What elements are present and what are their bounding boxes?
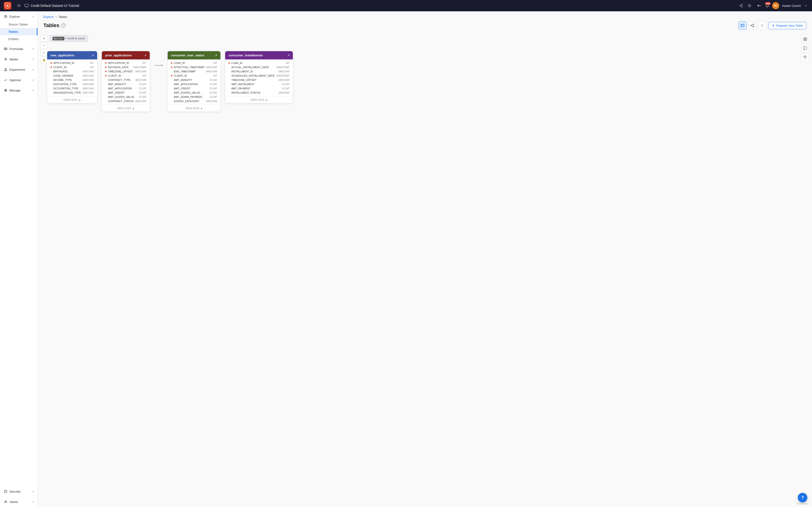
help-icon[interactable]: ?: [61, 23, 66, 27]
table-consumer-loan-status-view-less[interactable]: VIEW LESS ▲: [168, 105, 221, 112]
table-new-application-view-less[interactable]: VIEW LESS ▲: [47, 96, 97, 103]
table-prior-applications-ext-link[interactable]: ↗: [144, 54, 147, 57]
sidebar-item-manage[interactable]: Manage ▾: [0, 86, 38, 95]
table-prior-applications-header: prior_applications ↗: [102, 51, 150, 59]
sidebar-item-tables[interactable]: Tables: [0, 28, 38, 35]
table-row: APPLICATION_ID INT: [47, 61, 97, 65]
breadcrumb-explore[interactable]: Explore: [43, 15, 54, 19]
fit-view-button[interactable]: ⤢: [41, 49, 47, 56]
scroll-hint-text: + scroll to zoom: [65, 37, 85, 40]
sidebar-item-source-tables[interactable]: Source Tables: [0, 21, 38, 28]
security-icon: [4, 490, 8, 493]
table-row: ORGANIZATION_TYPE VARCHAR: [47, 91, 97, 95]
table-row: LOAN_ID INT: [225, 61, 293, 65]
table-row: INCOME_TYPE VARCHAR: [47, 78, 97, 82]
ideate-chevron: ▾: [33, 58, 34, 61]
ideate-label: Ideate: [9, 58, 31, 61]
formulate-icon: [4, 47, 8, 51]
right-controls: [801, 35, 809, 61]
key-indicator: [171, 75, 172, 76]
sidebar-item-security[interactable]: Security ▾: [0, 487, 38, 496]
table-new-application-header: new_application ↗: [47, 51, 97, 59]
svg-line-11: [740, 5, 741, 5]
table-row: BIRTHDATE VARCHAR: [47, 69, 97, 73]
admin-chevron: ▾: [33, 501, 34, 503]
table-consumer-installments-name: consumer_installments: [228, 54, 263, 57]
nav-toggle-button[interactable]: [16, 3, 22, 8]
table-consumer-loan-status-body: LOAN_ID INT EFFECTIVE_TIMESTAMP VARCHAR …: [168, 59, 221, 105]
register-new-table-button[interactable]: Register New Table: [768, 22, 806, 29]
table-consumer-installments-ext-link[interactable]: ↗: [287, 54, 290, 57]
list-view-button[interactable]: [739, 21, 746, 30]
sidebar-item-entities[interactable]: Entities: [0, 35, 38, 43]
table-row: AMT_GOODS_VALUE FLOAT: [102, 95, 150, 99]
table-row: ACTUAL_INSTALLMENT_DATE TIMESTAMP: [225, 65, 293, 69]
user-avatar[interactable]: XC: [772, 2, 779, 9]
grid-toggle-button[interactable]: [801, 35, 809, 43]
settings-button[interactable]: [747, 3, 752, 8]
key-indicator: [105, 71, 107, 72]
sidebar-admin-section: Admin ▾: [0, 497, 38, 507]
key-indicator: [228, 62, 230, 64]
table-prior-applications-name: prior_applications: [105, 54, 132, 57]
manage-icon: [4, 89, 8, 92]
experiment-icon: [4, 68, 8, 71]
sidebar-item-ideate[interactable]: Ideate ▾: [0, 55, 38, 63]
table-consumer-loan-status-name: consumer_loan_status: [171, 54, 205, 57]
svg-rect-5: [25, 4, 28, 7]
table-consumer-installments-view-less[interactable]: VIEW LESS ▲: [225, 96, 293, 103]
register-btn-label: Register New Table: [776, 24, 803, 27]
table-consumer-installments-body: LOAN_ID INT ACTUAL_INSTALLMENT_DATE TIME…: [225, 59, 293, 96]
sidebar-item-explore[interactable]: Explore ▾: [0, 12, 38, 21]
breadcrumb-current: Tables: [58, 15, 67, 19]
table-new-application-name: new_application: [50, 54, 74, 57]
more-options-button[interactable]: [755, 3, 762, 8]
share-button[interactable]: [738, 3, 744, 8]
undo-button[interactable]: [801, 53, 809, 61]
panel-toggle-button[interactable]: [801, 44, 809, 52]
react-flow-hint: React Flow: [797, 503, 808, 505]
notification-bell[interactable]: 324: [765, 4, 769, 8]
graph-view-button[interactable]: [748, 21, 756, 30]
zoom-out-button[interactable]: −: [41, 42, 47, 49]
table-new-application-ext-link[interactable]: ↗: [92, 54, 94, 57]
svg-point-20: [5, 90, 6, 91]
table-row: LOAN_ID INT: [168, 61, 221, 65]
sidebar-item-experiment[interactable]: Experiment ▾: [0, 65, 38, 74]
table-prior-applications-view-less[interactable]: VIEW LESS ▲: [102, 105, 150, 112]
sidebar-item-approve[interactable]: Approve ▾: [0, 76, 38, 84]
experiment-label: Experiment: [9, 68, 31, 71]
table-row: AMT_ANNUITY FLOAT: [102, 82, 150, 86]
table-row: CLIENT_ID INT: [102, 73, 150, 78]
table-consumer-loan-status-ext-link[interactable]: ↗: [215, 54, 217, 57]
sidebar-item-formulate[interactable]: Formulate ▾: [0, 45, 38, 53]
svg-rect-22: [741, 24, 744, 27]
key-indicator: [50, 62, 52, 64]
breadcrumb: Explore > Tables: [38, 11, 812, 20]
key-indicator: [171, 62, 172, 64]
table-row: TIMEZONE_OFFSET VARCHAR: [102, 69, 150, 73]
connector-line: [155, 65, 162, 66]
user-menu-button[interactable]: [804, 3, 808, 8]
table-new-application-body: APPLICATION_ID INT CLIENT_ID INT BIRTHDA…: [47, 59, 97, 96]
help-fab-button[interactable]: ?: [798, 493, 807, 502]
svg-point-18: [5, 58, 6, 60]
table-row: AMT_CREDIT FLOAT: [168, 86, 221, 91]
zoom-in-button[interactable]: +: [41, 35, 47, 42]
table-row: AMT_APPLICATION FLOAT: [168, 82, 221, 86]
lock-button[interactable]: 🔒: [41, 56, 47, 63]
table-row: EFFECTIVE_TIMESTAMP VARCHAR: [168, 65, 221, 69]
sidebar-approve-section: Approve ▾: [0, 75, 38, 85]
key-indicator: [105, 66, 107, 68]
ideate-icon: [4, 57, 8, 61]
table-row: CODE_GENDER VARCHAR: [47, 73, 97, 78]
table-row: CLIENT_ID INT: [168, 73, 221, 78]
sidebar-item-admin[interactable]: Admin ▾: [0, 498, 38, 506]
table-connector: [155, 64, 163, 66]
user-name: Xavier Conort: [782, 4, 801, 8]
formulate-chevron: ▾: [33, 48, 34, 50]
table-card-new-application: new_application ↗ APPLICATION_ID INT CLI…: [47, 51, 97, 103]
search-button[interactable]: [758, 21, 766, 30]
experiment-chevron: ▾: [33, 68, 34, 71]
table-row: AMT_DOWN_PAYMENT FLOAT: [168, 95, 221, 99]
